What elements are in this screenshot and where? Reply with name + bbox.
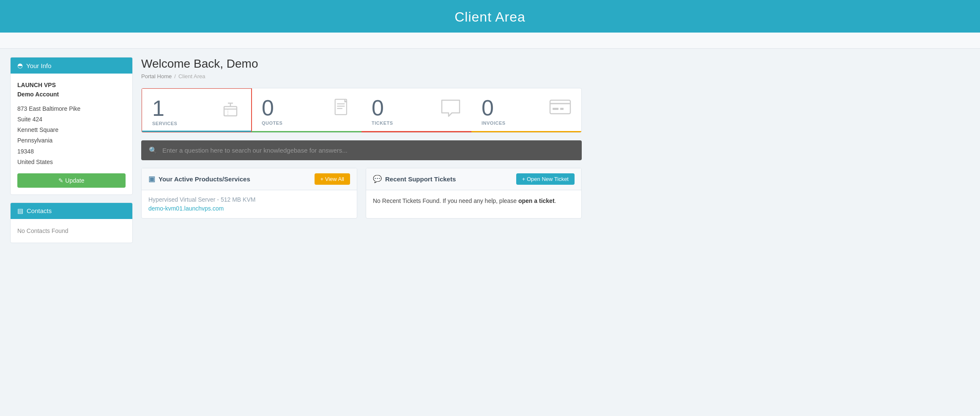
welcome-title: Welcome Back, Demo bbox=[141, 57, 582, 71]
your-info-header: ◓ Your Info bbox=[11, 57, 132, 74]
open-ticket-button[interactable]: + Open New Ticket bbox=[516, 173, 575, 185]
stats-row: 1 SERVICES 0 QUOTES 0 TICKETS 0 INV bbox=[141, 88, 582, 133]
tickets-icon: 💬 bbox=[373, 175, 382, 183]
tickets-panel-header: 💬 Recent Support Tickets + Open New Tick… bbox=[366, 168, 581, 190]
stat-label-tickets: TICKETS bbox=[372, 120, 393, 126]
sub-header bbox=[0, 33, 980, 49]
stat-number-invoices: 0 bbox=[482, 97, 506, 119]
stat-icon-quotes bbox=[333, 99, 351, 123]
service-link[interactable]: demo-kvm01.launchvps.com bbox=[148, 205, 224, 212]
stat-label-services: SERVICES bbox=[152, 121, 177, 126]
contacts-card: ▤ Contacts No Contacts Found bbox=[10, 203, 133, 243]
main-content: Welcome Back, Demo Portal Home / Client … bbox=[141, 57, 582, 251]
stat-left-tickets: 0 TICKETS bbox=[372, 97, 393, 126]
stat-line-quotes bbox=[252, 131, 361, 132]
contacts-label: Contacts bbox=[27, 207, 52, 214]
main-container: ◓ Your Info LAUNCH VPS Demo Account 873 … bbox=[0, 49, 592, 259]
page-title: Client Area bbox=[0, 9, 980, 25]
address-line6: United States bbox=[17, 157, 126, 167]
panels-row: ▣ Your Active Products/Services + View A… bbox=[141, 168, 582, 219]
stat-line-tickets bbox=[361, 131, 471, 132]
search-bar: 🔍 bbox=[141, 140, 582, 160]
breadcrumb: Portal Home / Client Area bbox=[141, 73, 582, 79]
open-ticket-link[interactable]: open a ticket bbox=[518, 197, 555, 204]
contacts-body: No Contacts Found bbox=[11, 219, 132, 243]
stat-label-quotes: QUOTES bbox=[262, 120, 282, 126]
stat-number-quotes: 0 bbox=[262, 97, 282, 119]
company-name: LAUNCH VPS Demo Account bbox=[17, 80, 126, 99]
view-all-button[interactable]: + View All bbox=[315, 173, 350, 185]
stat-left-quotes: 0 QUOTES bbox=[262, 97, 282, 126]
breadcrumb-separator: / bbox=[174, 73, 176, 79]
address-line1: 873 East Baltimore Pike bbox=[17, 104, 126, 114]
search-input[interactable] bbox=[162, 147, 574, 154]
stat-number-services: 1 bbox=[152, 97, 177, 119]
stat-icon-tickets bbox=[440, 99, 461, 121]
your-info-card: ◓ Your Info LAUNCH VPS Demo Account 873 … bbox=[10, 57, 133, 195]
svg-rect-3 bbox=[553, 108, 558, 110]
tickets-empty-text: No Recent Tickets Found. If you need any… bbox=[373, 196, 575, 205]
address-line3: Kennett Square bbox=[17, 125, 126, 135]
contacts-header: ▤ Contacts bbox=[11, 203, 132, 219]
products-icon: ▣ bbox=[148, 175, 155, 183]
service-name: Hypervised Virtual Server - 512 MB KVM bbox=[148, 196, 350, 203]
stat-number-tickets: 0 bbox=[372, 97, 393, 119]
stat-card-services[interactable]: 1 SERVICES bbox=[141, 88, 252, 133]
stat-left-invoices: 0 INVOICES bbox=[482, 97, 506, 126]
stat-card-tickets[interactable]: 0 TICKETS bbox=[361, 88, 471, 132]
tickets-panel: 💬 Recent Support Tickets + Open New Tick… bbox=[366, 168, 582, 219]
tickets-panel-title: Recent Support Tickets bbox=[385, 175, 456, 183]
stat-icon-invoices bbox=[549, 99, 571, 118]
address-line4: Pennsylvania bbox=[17, 135, 126, 146]
search-icon: 🔍 bbox=[149, 146, 157, 154]
products-panel-body: Hypervised Virtual Server - 512 MB KVM d… bbox=[142, 190, 357, 218]
breadcrumb-current: Client Area bbox=[178, 73, 205, 79]
sidebar: ◓ Your Info LAUNCH VPS Demo Account 873 … bbox=[10, 57, 133, 251]
update-button[interactable]: ✎ Update bbox=[17, 173, 126, 188]
user-icon: ◓ bbox=[17, 62, 23, 69]
your-info-body: LAUNCH VPS Demo Account 873 East Baltimo… bbox=[11, 74, 132, 194]
address-line5: 19348 bbox=[17, 146, 126, 157]
stat-card-quotes[interactable]: 0 QUOTES bbox=[252, 88, 361, 132]
products-panel-title-area: ▣ Your Active Products/Services bbox=[148, 175, 250, 183]
top-header: Client Area bbox=[0, 0, 980, 33]
stat-line-invoices bbox=[471, 131, 581, 132]
address-line2: Suite 424 bbox=[17, 114, 126, 125]
stat-icon-services bbox=[220, 99, 241, 123]
no-contacts-text: No Contacts Found bbox=[17, 226, 126, 236]
breadcrumb-portal[interactable]: Portal Home bbox=[141, 73, 172, 79]
stat-left-services: 1 SERVICES bbox=[152, 97, 177, 126]
tickets-panel-body: No Recent Tickets Found. If you need any… bbox=[366, 190, 581, 211]
stat-label-invoices: INVOICES bbox=[482, 120, 506, 126]
stat-line-services bbox=[142, 131, 251, 132]
svg-rect-0 bbox=[224, 107, 237, 116]
products-panel-header: ▣ Your Active Products/Services + View A… bbox=[142, 168, 357, 190]
products-panel: ▣ Your Active Products/Services + View A… bbox=[141, 168, 357, 219]
tickets-panel-title-area: 💬 Recent Support Tickets bbox=[373, 175, 456, 183]
svg-rect-2 bbox=[550, 100, 570, 114]
address-block: 873 East Baltimore Pike Suite 424 Kennet… bbox=[17, 104, 126, 167]
contacts-icon: ▤ bbox=[17, 207, 23, 215]
products-panel-title: Your Active Products/Services bbox=[159, 175, 250, 183]
your-info-label: Your Info bbox=[26, 62, 52, 69]
svg-rect-4 bbox=[560, 108, 564, 110]
stat-card-invoices[interactable]: 0 INVOICES bbox=[471, 88, 581, 132]
